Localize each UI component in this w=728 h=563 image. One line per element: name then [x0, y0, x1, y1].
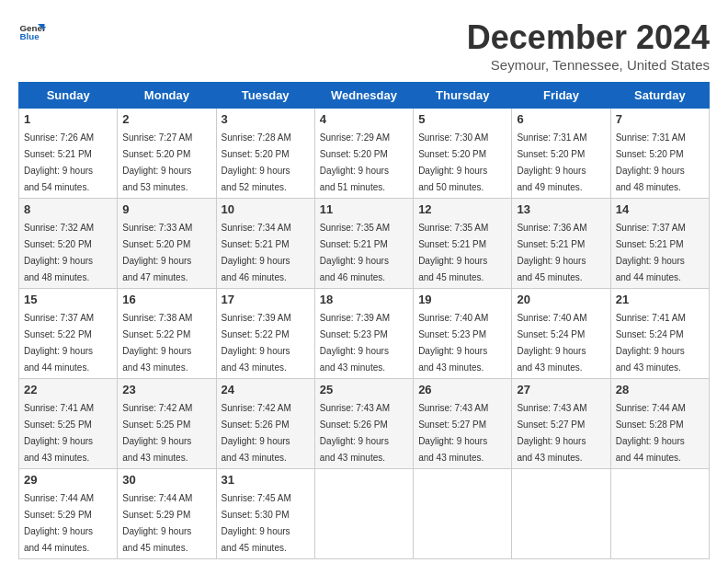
day-number: 25	[320, 383, 408, 396]
calendar-cell: 5 Sunrise: 7:30 AMSunset: 5:20 PMDayligh…	[414, 109, 512, 199]
title-block: December 2024 Seymour, Tennessee, United…	[467, 18, 710, 73]
day-number: 14	[616, 202, 704, 216]
day-info: Sunrise: 7:39 AMSunset: 5:22 PMDaylight:…	[222, 313, 291, 373]
week-row-2: 8 Sunrise: 7:32 AMSunset: 5:20 PMDayligh…	[19, 199, 710, 289]
day-number: 17	[222, 293, 310, 306]
day-number: 20	[517, 293, 605, 306]
day-number: 22	[24, 383, 112, 396]
day-info: Sunrise: 7:43 AMSunset: 5:26 PMDaylight:…	[320, 403, 390, 463]
day-number: 2	[122, 112, 210, 126]
day-info: Sunrise: 7:27 AMSunset: 5:20 PMDaylight:…	[122, 132, 192, 192]
day-info: Sunrise: 7:37 AMSunset: 5:21 PMDaylight:…	[616, 223, 686, 282]
calendar-cell: 28 Sunrise: 7:44 AMSunset: 5:28 PMDaylig…	[610, 379, 709, 469]
day-number: 19	[418, 293, 506, 306]
header-wednesday: Wednesday	[314, 83, 413, 109]
header-saturday: Saturday	[610, 83, 709, 109]
day-info: Sunrise: 7:35 AMSunset: 5:21 PMDaylight:…	[418, 223, 488, 282]
calendar-cell: 24 Sunrise: 7:42 AMSunset: 5:26 PMDaylig…	[216, 379, 314, 469]
calendar-cell: 16 Sunrise: 7:38 AMSunset: 5:22 PMDaylig…	[118, 289, 216, 379]
day-number: 18	[320, 293, 408, 306]
day-info: Sunrise: 7:41 AMSunset: 5:25 PMDaylight:…	[24, 403, 94, 463]
logo: General Blue	[18, 18, 46, 46]
location: Seymour, Tennessee, United States	[467, 57, 710, 73]
calendar-cell: 14 Sunrise: 7:37 AMSunset: 5:21 PMDaylig…	[610, 199, 709, 289]
day-info: Sunrise: 7:42 AMSunset: 5:25 PMDaylight:…	[122, 403, 192, 463]
calendar-cell: 31 Sunrise: 7:45 AMSunset: 5:30 PMDaylig…	[216, 469, 314, 559]
day-info: Sunrise: 7:39 AMSunset: 5:23 PMDaylight:…	[320, 313, 390, 373]
day-number: 16	[122, 293, 210, 306]
day-info: Sunrise: 7:40 AMSunset: 5:24 PMDaylight:…	[517, 313, 586, 373]
calendar-cell	[414, 469, 512, 559]
day-info: Sunrise: 7:43 AMSunset: 5:27 PMDaylight:…	[517, 403, 586, 463]
header-thursday: Thursday	[414, 83, 512, 109]
day-number: 12	[418, 202, 506, 216]
day-info: Sunrise: 7:41 AMSunset: 5:24 PMDaylight:…	[616, 313, 686, 373]
day-info: Sunrise: 7:34 AMSunset: 5:21 PMDaylight:…	[222, 223, 291, 282]
day-info: Sunrise: 7:28 AMSunset: 5:20 PMDaylight:…	[222, 132, 291, 192]
day-number: 4	[320, 112, 408, 126]
header-sunday: Sunday	[19, 83, 118, 109]
calendar-table: SundayMondayTuesdayWednesdayThursdayFrid…	[18, 82, 710, 559]
calendar-cell: 7 Sunrise: 7:31 AMSunset: 5:20 PMDayligh…	[610, 109, 709, 199]
day-info: Sunrise: 7:42 AMSunset: 5:26 PMDaylight:…	[222, 403, 291, 463]
day-number: 31	[222, 473, 310, 487]
calendar-cell: 17 Sunrise: 7:39 AMSunset: 5:22 PMDaylig…	[216, 289, 314, 379]
calendar-cell: 23 Sunrise: 7:42 AMSunset: 5:25 PMDaylig…	[118, 379, 216, 469]
calendar-cell	[512, 469, 610, 559]
day-info: Sunrise: 7:44 AMSunset: 5:29 PMDaylight:…	[122, 493, 192, 553]
day-info: Sunrise: 7:44 AMSunset: 5:29 PMDaylight:…	[24, 493, 94, 553]
calendar-cell: 29 Sunrise: 7:44 AMSunset: 5:29 PMDaylig…	[19, 469, 118, 559]
calendar-cell: 30 Sunrise: 7:44 AMSunset: 5:29 PMDaylig…	[118, 469, 216, 559]
day-number: 13	[517, 202, 605, 216]
calendar-cell: 6 Sunrise: 7:31 AMSunset: 5:20 PMDayligh…	[512, 109, 610, 199]
day-number: 10	[222, 202, 310, 216]
day-number: 3	[222, 112, 310, 126]
day-info: Sunrise: 7:31 AMSunset: 5:20 PMDaylight:…	[616, 132, 686, 192]
day-info: Sunrise: 7:40 AMSunset: 5:23 PMDaylight:…	[418, 313, 488, 373]
calendar-cell: 26 Sunrise: 7:43 AMSunset: 5:27 PMDaylig…	[414, 379, 512, 469]
day-number: 26	[418, 383, 506, 396]
day-info: Sunrise: 7:31 AMSunset: 5:20 PMDaylight:…	[517, 132, 586, 192]
week-row-1: 1 Sunrise: 7:26 AMSunset: 5:21 PMDayligh…	[19, 109, 710, 199]
day-number: 5	[418, 112, 506, 126]
day-info: Sunrise: 7:43 AMSunset: 5:27 PMDaylight:…	[418, 403, 488, 463]
calendar-cell: 13 Sunrise: 7:36 AMSunset: 5:21 PMDaylig…	[512, 199, 610, 289]
day-number: 1	[24, 112, 112, 126]
week-row-4: 22 Sunrise: 7:41 AMSunset: 5:25 PMDaylig…	[19, 379, 710, 469]
calendar-cell: 2 Sunrise: 7:27 AMSunset: 5:20 PMDayligh…	[118, 109, 216, 199]
calendar-cell: 21 Sunrise: 7:41 AMSunset: 5:24 PMDaylig…	[610, 289, 709, 379]
day-number: 27	[517, 383, 605, 396]
day-info: Sunrise: 7:30 AMSunset: 5:20 PMDaylight:…	[418, 132, 488, 192]
header-friday: Friday	[512, 83, 610, 109]
calendar-cell: 15 Sunrise: 7:37 AMSunset: 5:22 PMDaylig…	[19, 289, 118, 379]
calendar-cell: 19 Sunrise: 7:40 AMSunset: 5:23 PMDaylig…	[414, 289, 512, 379]
day-number: 11	[320, 202, 408, 216]
day-number: 21	[616, 293, 704, 306]
calendar-cell: 4 Sunrise: 7:29 AMSunset: 5:20 PMDayligh…	[314, 109, 413, 199]
calendar-cell: 25 Sunrise: 7:43 AMSunset: 5:26 PMDaylig…	[314, 379, 413, 469]
calendar-cell: 3 Sunrise: 7:28 AMSunset: 5:20 PMDayligh…	[216, 109, 314, 199]
svg-text:Blue: Blue	[20, 31, 40, 41]
calendar-cell: 12 Sunrise: 7:35 AMSunset: 5:21 PMDaylig…	[414, 199, 512, 289]
day-info: Sunrise: 7:36 AMSunset: 5:21 PMDaylight:…	[517, 223, 586, 282]
day-info: Sunrise: 7:38 AMSunset: 5:22 PMDaylight:…	[122, 313, 192, 373]
day-info: Sunrise: 7:29 AMSunset: 5:20 PMDaylight:…	[320, 132, 390, 192]
day-number: 8	[24, 202, 112, 216]
day-info: Sunrise: 7:45 AMSunset: 5:30 PMDaylight:…	[222, 493, 291, 553]
day-info: Sunrise: 7:32 AMSunset: 5:20 PMDaylight:…	[24, 223, 94, 282]
calendar-cell: 11 Sunrise: 7:35 AMSunset: 5:21 PMDaylig…	[314, 199, 413, 289]
calendar-cell: 27 Sunrise: 7:43 AMSunset: 5:27 PMDaylig…	[512, 379, 610, 469]
day-number: 30	[122, 473, 210, 487]
calendar-cell: 22 Sunrise: 7:41 AMSunset: 5:25 PMDaylig…	[19, 379, 118, 469]
day-info: Sunrise: 7:26 AMSunset: 5:21 PMDaylight:…	[24, 132, 94, 192]
calendar-cell: 9 Sunrise: 7:33 AMSunset: 5:20 PMDayligh…	[118, 199, 216, 289]
day-number: 24	[222, 383, 310, 396]
day-number: 7	[616, 112, 704, 126]
day-number: 6	[517, 112, 605, 126]
day-info: Sunrise: 7:44 AMSunset: 5:28 PMDaylight:…	[616, 403, 686, 463]
calendar-cell: 1 Sunrise: 7:26 AMSunset: 5:21 PMDayligh…	[19, 109, 118, 199]
day-info: Sunrise: 7:35 AMSunset: 5:21 PMDaylight:…	[320, 223, 390, 282]
calendar-cell: 20 Sunrise: 7:40 AMSunset: 5:24 PMDaylig…	[512, 289, 610, 379]
page-header: General Blue December 2024 Seymour, Tenn…	[18, 18, 710, 73]
month-title: December 2024	[467, 18, 710, 57]
